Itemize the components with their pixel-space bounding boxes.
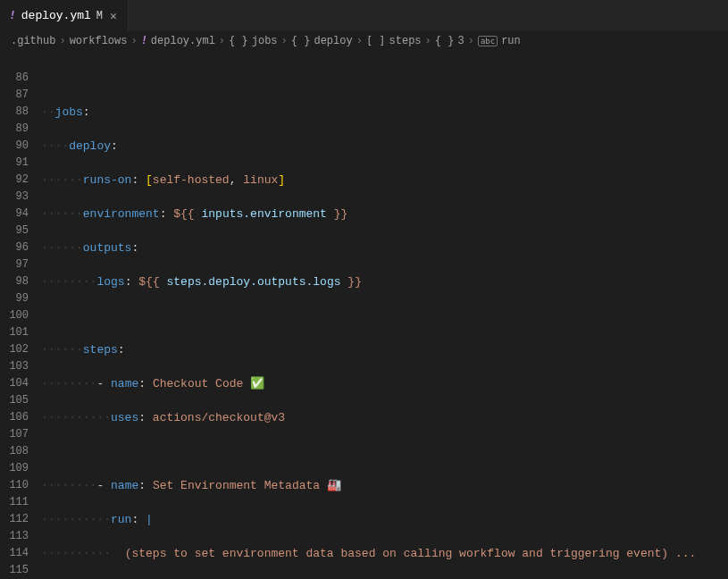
tab-bar: ! deploy.yml M ✕ xyxy=(0,0,728,31)
line-number: 114 xyxy=(0,545,29,562)
line-number: 92 xyxy=(0,172,29,189)
line-number: 112 xyxy=(0,511,29,528)
code-line xyxy=(41,443,728,460)
chevron-right-icon: › xyxy=(59,35,65,47)
code-line xyxy=(41,307,728,324)
line-number: 108 xyxy=(0,443,29,460)
brace-icon: { } xyxy=(229,35,248,47)
line-number: 109 xyxy=(0,460,29,477)
line-number: 94 xyxy=(0,206,29,222)
breadcrumb-segment[interactable]: deploy xyxy=(314,35,352,47)
code-line: ··jobs: xyxy=(41,104,728,121)
breadcrumb-segment[interactable]: jobs xyxy=(252,35,278,47)
brace-icon: { } xyxy=(435,35,455,47)
chevron-right-icon: › xyxy=(219,35,225,47)
line-number: 86 xyxy=(0,70,29,87)
line-number xyxy=(0,53,29,70)
line-number: 98 xyxy=(0,273,29,290)
breadcrumb-segment[interactable]: .github xyxy=(11,35,55,47)
line-number: 107 xyxy=(0,426,29,443)
line-number: 113 xyxy=(0,528,29,545)
code-line: ······environment: ${{ inputs.environmen… xyxy=(41,206,728,222)
line-number: 90 xyxy=(0,138,29,155)
line-number-gutter: 8687888990919293▶94959697989910010110210… xyxy=(0,51,41,579)
code-line: ··········uses: actions/checkout@v3 xyxy=(41,409,728,426)
code-line: ······outputs: xyxy=(41,239,728,256)
chevron-right-icon: › xyxy=(130,35,137,47)
line-number: 91 xyxy=(0,155,29,172)
code-line: ········logs: ${{ steps.deploy.outputs.l… xyxy=(41,273,728,290)
breadcrumb[interactable]: .github › workflows › ! deploy.yml › { }… xyxy=(0,31,728,51)
code-line: ····deploy: xyxy=(41,138,728,155)
code-editor[interactable]: 8687888990919293▶94959697989910010110210… xyxy=(0,51,728,579)
code-line: ······runs-on: [self-hosted, linux] xyxy=(41,172,728,189)
code-area[interactable]: ··jobs: ····deploy: ······runs-on: [self… xyxy=(41,51,728,579)
line-number: 89 xyxy=(0,121,29,138)
line-number: 95 xyxy=(0,222,29,239)
tab-modified-badge: M xyxy=(96,10,103,22)
code-line: ········- name: Set Environment Metadata… xyxy=(41,477,728,494)
breadcrumb-segment[interactable]: 3 xyxy=(457,35,464,47)
line-number: 110 xyxy=(0,477,29,494)
breadcrumb-segment[interactable]: workflows xyxy=(70,35,128,47)
line-number: 111 xyxy=(0,494,29,511)
breadcrumb-segment[interactable]: run xyxy=(501,35,521,47)
line-number: 93▶ xyxy=(0,189,29,206)
line-number: 88 xyxy=(0,104,29,121)
code-line: ······steps: xyxy=(41,341,728,358)
tab-filename: deploy.yml xyxy=(21,9,91,22)
close-icon[interactable]: ✕ xyxy=(108,9,119,23)
line-number: 105 xyxy=(0,392,29,409)
breadcrumb-segment[interactable]: steps xyxy=(389,35,422,47)
yaml-file-icon: ! xyxy=(141,35,147,47)
yaml-file-icon: ! xyxy=(9,9,16,22)
code-line: ········- name: Checkout Code ✅ xyxy=(41,375,728,392)
line-number: 103 xyxy=(0,358,29,375)
line-number: 97 xyxy=(0,256,29,273)
line-number: 87 xyxy=(0,87,29,104)
line-number: 96 xyxy=(0,239,29,256)
code-line: ··········run: | xyxy=(41,511,728,528)
code-line xyxy=(41,70,728,87)
breadcrumb-segment[interactable]: deploy.yml xyxy=(151,35,215,47)
code-line: ·········· (steps to set environment dat… xyxy=(41,545,728,562)
chevron-right-icon: › xyxy=(281,35,288,47)
string-icon: abc xyxy=(478,36,498,46)
line-number: 100 xyxy=(0,307,29,324)
chevron-right-icon: › xyxy=(468,35,474,47)
chevron-right-icon: › xyxy=(356,35,363,47)
line-number: 99 xyxy=(0,290,29,307)
brace-icon: { } xyxy=(291,35,311,47)
chevron-right-icon: › xyxy=(425,35,431,47)
line-number: 102 xyxy=(0,341,29,358)
line-number: 104 xyxy=(0,375,29,392)
line-number: 115 xyxy=(0,562,29,579)
bracket-icon: [ ] xyxy=(366,35,386,47)
line-number: 101 xyxy=(0,324,29,341)
line-number: 106 xyxy=(0,409,29,426)
tab-deploy-yml[interactable]: ! deploy.yml M ✕ xyxy=(0,0,129,31)
